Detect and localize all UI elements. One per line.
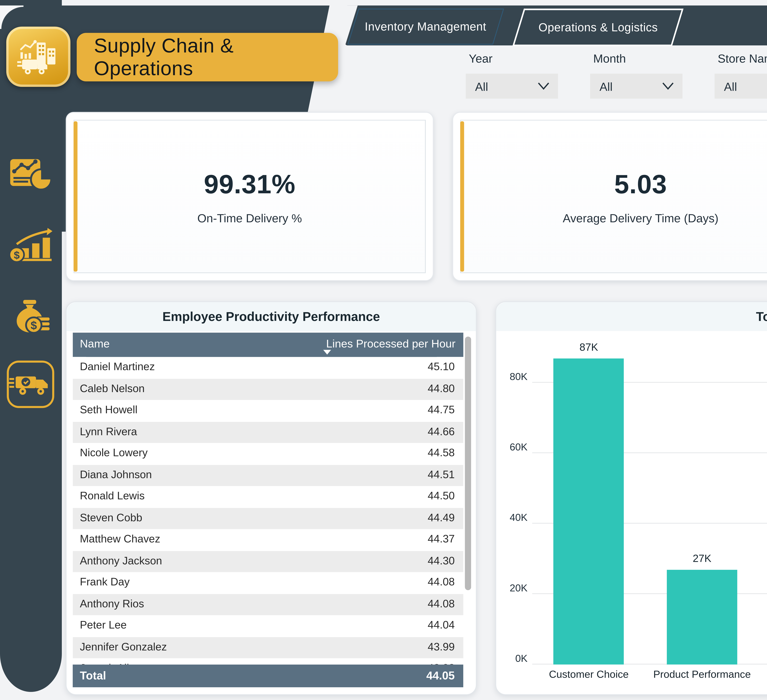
money-bag-icon: $	[10, 299, 52, 335]
filter-label-year: Year	[469, 52, 493, 66]
chart-slots: 87K27K23K4K1K0K	[532, 344, 767, 665]
table-row[interactable]: Jennifer Gonzalez43.99	[73, 637, 463, 658]
report-title: Supply Chain & Operations	[77, 34, 338, 80]
table-row[interactable]: Joseph Allen43.98	[73, 658, 463, 665]
chevron-down-icon	[538, 82, 549, 90]
table-total-row: Total 44.05	[73, 665, 463, 687]
total-value: 44.05	[426, 669, 455, 681]
table-row[interactable]: Anthony Jackson44.30	[73, 550, 463, 572]
table-row[interactable]: Nicole Lowery44.58	[73, 443, 463, 465]
chart-category-labels: Customer ChoiceProduct PerformanceProduc…	[532, 668, 767, 680]
employee-name: Diana Johnson	[80, 469, 152, 480]
table-scrollbar[interactable]	[465, 337, 471, 590]
bar-0[interactable]	[554, 358, 624, 664]
revenue-growth-icon: $	[9, 226, 53, 264]
tab-inventory-management[interactable]: Inventory Management	[347, 9, 504, 45]
sidebar-item-revenue-growth[interactable]: $	[8, 222, 53, 268]
employee-lines-per-hour: 44.50	[428, 490, 455, 502]
employee-lines-per-hour: 44.04	[428, 619, 455, 631]
table-row[interactable]: Caleb Nelson44.80	[73, 379, 463, 400]
table-row[interactable]: Seth Howell44.75	[73, 400, 463, 422]
app-logo	[6, 27, 70, 87]
x-axis-category: Customer Choice	[532, 668, 645, 680]
employee-lines-per-hour: 44.51	[428, 469, 455, 480]
chart-slot: 23K	[759, 344, 767, 665]
table-column-header[interactable]: Name Lines Processed per Hour	[73, 332, 463, 357]
logistics-logo-icon	[17, 37, 59, 76]
employee-lines-per-hour: 43.98	[428, 662, 455, 664]
employee-name: Anthony Jackson	[80, 555, 162, 566]
kpi-card-average-delivery-time: 5.03 Average Delivery Time (Days)	[452, 112, 767, 281]
tab-operations-logistics-label: Operations & Logistics	[538, 21, 658, 34]
table-row[interactable]: Steven Cobb44.49	[73, 508, 463, 529]
employee-name: Anthony Rios	[80, 598, 144, 609]
employee-name: Ronald Lewis	[80, 490, 145, 502]
y-axis-tick: 0K	[499, 652, 528, 664]
filter-dropdown-month[interactable]: All	[590, 74, 683, 99]
kpi-label: On-Time Delivery %	[67, 212, 433, 225]
y-axis-tick: 60K	[499, 441, 528, 453]
sidebar-item-report-analytics[interactable]	[8, 151, 53, 197]
returns-by-reason-panel: Total Returns by Reason Category 0K 20K …	[495, 301, 767, 695]
table-row[interactable]: Ronald Lewis44.50	[73, 486, 463, 508]
employee-productivity-panel: Employee Productivity Performance Name L…	[66, 301, 477, 695]
table-row[interactable]: Lynn Rivera44.66	[73, 422, 463, 443]
table-row[interactable]: Peter Lee44.04	[73, 615, 463, 636]
employee-name: Peter Lee	[80, 619, 127, 631]
table-rows: Daniel Martinez45.10Caleb Nelson44.80Set…	[73, 357, 463, 665]
svg-text:$: $	[31, 319, 37, 332]
filter-value-year: All	[466, 80, 538, 93]
bar-data-label: 87K	[579, 341, 598, 353]
kpi-value: 99.31%	[67, 169, 433, 200]
employee-name: Lynn Rivera	[80, 425, 137, 437]
filter-value-month: All	[590, 80, 662, 93]
employee-lines-per-hour: 45.10	[428, 361, 455, 372]
x-axis-category: Product Defect	[759, 668, 767, 680]
sort-desc-icon	[323, 350, 331, 355]
table-row[interactable]: Anthony Rios44.08	[73, 594, 463, 615]
table-row[interactable]: Diana Johnson44.51	[73, 465, 463, 486]
bar-data-label: 27K	[693, 552, 711, 564]
employee-name: Caleb Nelson	[80, 382, 145, 394]
filter-dropdown-year[interactable]: All	[466, 74, 558, 99]
employee-lines-per-hour: 44.49	[428, 511, 455, 523]
chevron-down-icon	[662, 82, 674, 90]
tab-operations-logistics[interactable]: Operations & Logistics	[512, 9, 684, 46]
svg-text:$: $	[14, 249, 20, 261]
y-axis-tick: 40K	[499, 511, 528, 523]
employee-name: Matthew Chavez	[80, 533, 160, 545]
chart-slot: 87K	[532, 344, 645, 665]
employee-name: Joseph Allen	[80, 662, 141, 664]
table-title: Employee Productivity Performance	[67, 302, 476, 331]
table-row[interactable]: Matthew Chavez44.37	[73, 529, 463, 550]
filter-label-month: Month	[593, 52, 626, 66]
total-label: Total	[80, 669, 106, 681]
report-analytics-icon	[10, 155, 52, 192]
chart-title: Total Returns by Reason Category	[496, 302, 767, 331]
table-row[interactable]: Daniel Martinez45.10	[73, 357, 463, 379]
chart-slot: 27K	[646, 344, 759, 665]
filter-dropdown-store-name[interactable]: All	[714, 74, 767, 99]
kpi-value: 5.03	[453, 169, 767, 200]
column-lines-per-hour[interactable]: Lines Processed per Hour	[326, 337, 455, 350]
employee-name: Frank Day	[80, 576, 130, 588]
employee-name: Steven Cobb	[80, 511, 142, 523]
sidebar-item-delivery-active[interactable]	[6, 359, 55, 409]
y-axis-tick: 80K	[499, 371, 528, 382]
employee-name: Seth Howell	[80, 404, 137, 416]
employee-lines-per-hour: 44.08	[428, 598, 455, 609]
employee-name: Jennifer Gonzalez	[80, 641, 167, 652]
delivery-truck-icon	[6, 359, 55, 409]
tab-inventory-management-label: Inventory Management	[365, 21, 487, 33]
sidebar-item-money-bag[interactable]: $	[8, 294, 53, 340]
bar-1[interactable]	[667, 570, 737, 665]
table-row[interactable]: Frank Day44.08	[73, 572, 463, 594]
employee-lines-per-hour: 44.66	[428, 425, 455, 437]
employee-name: Nicole Lowery	[80, 447, 148, 459]
x-axis-category: Product Performance	[646, 668, 759, 680]
report-title-banner: Supply Chain & Operations	[77, 33, 338, 81]
dashboard-root: Inventory Management Operations & Logist…	[0, 0, 767, 700]
kpi-label: Average Delivery Time (Days)	[453, 212, 767, 225]
column-name[interactable]: Name	[80, 337, 110, 350]
kpi-card-on-time-delivery: 99.31% On-Time Delivery %	[66, 112, 434, 281]
